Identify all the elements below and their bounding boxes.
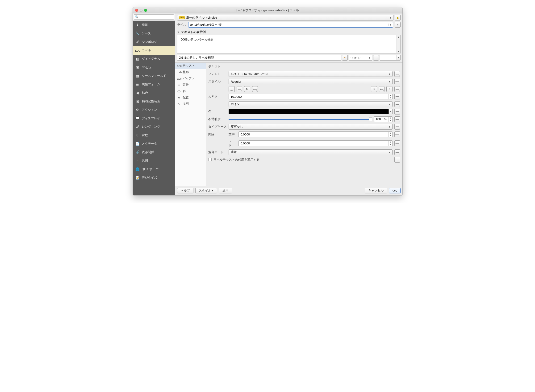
spinner-buttons[interactable]: ▲▼ — [388, 94, 392, 99]
cancel-button[interactable]: キャンセル — [365, 188, 387, 193]
data-defined-button[interactable]: ⟸ — [394, 86, 400, 92]
subcategory-item-テキスト[interactable]: abcテキスト — [175, 63, 206, 69]
subcategory-item-配置[interactable]: ✥配置 — [175, 94, 206, 101]
subcategory-item-バッファ[interactable]: abcバッファ — [175, 75, 206, 82]
category-icon: 🖌 — [135, 124, 140, 129]
data-defined-button[interactable]: ⟸ — [394, 109, 400, 114]
category-item-QGISサーバー[interactable]: 🌐QGISサーバー — [133, 165, 175, 173]
label-expression-combo[interactable]: ▼ — [188, 22, 393, 28]
style-menu-button[interactable]: スタイル ▾ — [195, 188, 217, 193]
spinner-buttons[interactable]: ▲▼ — [388, 132, 392, 137]
category-item-ソース[interactable]: 🔧ソース — [133, 29, 175, 38]
expression-builder-button[interactable]: ε — [395, 22, 401, 28]
substitution-settings-button[interactable]: … — [394, 157, 400, 163]
data-defined-button[interactable]: ⟸ — [394, 94, 400, 99]
form-heading: テキスト — [208, 65, 400, 69]
reset-preview-button[interactable]: ↶ — [342, 55, 348, 61]
opacity-slider[interactable] — [229, 116, 372, 122]
subcategory-label: バッファ — [183, 77, 195, 81]
category-item-属性フォーム[interactable]: ☰属性フォーム — [133, 80, 175, 89]
preview-text-input[interactable] — [179, 56, 339, 60]
typecase-select[interactable]: 変更なし ▼ — [229, 124, 392, 130]
subcategory-item-影[interactable]: ◯影 — [175, 88, 206, 94]
subcategory-icon: ✎ — [177, 103, 181, 106]
preview-section-header[interactable]: ▼ テキストの表示例 — [175, 29, 402, 35]
bold-button[interactable]: B — [371, 86, 377, 92]
data-defined-button[interactable]: ⟸ — [394, 131, 400, 137]
substitution-row: ラベルテキストの代用を適用する … — [208, 157, 400, 163]
label-mode-combo[interactable]: abc 単一のラベル（single） ▼ — [177, 15, 393, 20]
size-input[interactable] — [229, 95, 388, 98]
scroll-up-icon[interactable]: ▲ — [397, 35, 400, 39]
category-item-ダイアグラム[interactable]: ◧ダイアグラム — [133, 55, 175, 63]
substitution-checkbox[interactable] — [208, 158, 212, 161]
word-spacing-spinbox[interactable]: ▲▼ — [239, 140, 392, 146]
spinner-buttons[interactable]: ▲▼ — [388, 141, 392, 146]
category-item-デジタイズ[interactable]: 📝デジタイズ — [133, 173, 175, 182]
data-defined-button[interactable]: ⟸ — [237, 86, 242, 92]
layer-properties-window: レイヤプロパティ - gunma-pref-office | ラベル 🔍 ℹ情報… — [133, 7, 403, 196]
subcategory-label: テキスト — [183, 64, 195, 68]
category-item-ソースフィールド[interactable]: ▤ソースフィールド — [133, 72, 175, 80]
category-item-シンボロジ[interactable]: 🖌シンボロジ — [133, 38, 175, 46]
category-item-結合[interactable]: ◀結合 — [133, 89, 175, 97]
scroll-down-icon[interactable]: ▼ — [397, 50, 401, 53]
category-item-凡例[interactable]: ≡凡例 — [133, 156, 175, 165]
blend-select[interactable]: 通常 ▼ — [229, 149, 392, 155]
label-expression-input[interactable] — [188, 23, 388, 27]
category-search-input[interactable] — [134, 14, 174, 19]
strikeout-button[interactable]: S — [244, 86, 250, 92]
data-defined-button[interactable]: ⟸ — [394, 140, 400, 146]
data-defined-button[interactable]: ⟸ — [394, 101, 400, 107]
category-item-ディスプレイ[interactable]: 💬ディスプレイ — [133, 114, 175, 122]
category-item-ラベル[interactable]: abcラベル — [133, 46, 175, 55]
data-defined-button[interactable]: ⟸ — [394, 79, 400, 84]
category-item-情報[interactable]: ℹ情報 — [133, 21, 175, 29]
chevron-down-icon: ▼ — [388, 103, 391, 106]
data-defined-button[interactable]: ⟸ — [394, 124, 400, 130]
subcategory-item-背景[interactable]: ▭背景 — [175, 82, 206, 88]
preview-text-field[interactable] — [177, 55, 341, 61]
char-spacing-input[interactable] — [239, 133, 388, 136]
category-item-レンダリング[interactable]: 🖌レンダリング — [133, 122, 175, 131]
preview-background-button[interactable]: ▼ — [380, 55, 401, 61]
preview-scrollbar[interactable]: ▲ ▼ — [396, 35, 400, 53]
category-list[interactable]: ℹ情報🔧ソース🖌シンボロジabcラベル◧ダイアグラム▣3Dビュー▤ソースフィール… — [133, 21, 175, 195]
category-item-変数[interactable]: Ɛ変数 — [133, 131, 175, 140]
data-defined-button[interactable]: ⟸ — [394, 71, 400, 77]
data-defined-button[interactable]: ⟸ — [252, 86, 258, 92]
category-item-依存関係[interactable]: 🔗依存関係 — [133, 148, 175, 156]
preview-scale-combo[interactable]: 1:35118 ▼ — [349, 55, 372, 61]
italic-button[interactable]: I — [386, 86, 392, 92]
size-unit-select[interactable]: ポイント ▼ — [229, 101, 392, 107]
style-select[interactable]: Regular ▼ — [229, 79, 392, 84]
ok-button[interactable]: OK — [389, 188, 401, 193]
char-spacing-spinbox[interactable]: ▲▼ — [239, 131, 392, 137]
size-spinbox[interactable]: ▲▼ — [229, 94, 392, 99]
word-spacing-input[interactable] — [239, 142, 388, 145]
category-item-アクション[interactable]: ⚙アクション — [133, 106, 175, 114]
subcategory-item-描画[interactable]: ✎描画 — [175, 101, 206, 107]
apply-button[interactable]: 適用 — [219, 188, 232, 193]
category-item-メタデータ[interactable]: 📄メタデータ — [133, 140, 175, 148]
help-button[interactable]: ヘルプ — [177, 188, 193, 193]
category-item-補助記憶装置[interactable]: 🗄補助記憶装置 — [133, 97, 175, 106]
color-swatch[interactable] — [229, 109, 389, 114]
opacity-spinbox[interactable]: 100.0 % ▲▼ — [374, 116, 392, 122]
chevron-down-icon[interactable]: ▼ — [389, 109, 392, 114]
label-settings-button[interactable]: ◆ — [395, 15, 401, 20]
spinner-buttons[interactable]: ▲▼ — [388, 117, 392, 122]
map-preview-button[interactable]: ⬚ — [373, 55, 379, 61]
color-picker[interactable]: ▼ — [229, 109, 392, 114]
label-subcategory-list[interactable]: abcテキスト+ab c整形abcバッファ▭背景◯影✥配置✎描画 — [175, 62, 206, 186]
category-item-3Dビュー[interactable]: ▣3Dビュー — [133, 63, 175, 72]
chevron-down-icon: ▼ — [388, 73, 391, 75]
data-defined-button[interactable]: ⟸ — [394, 149, 400, 155]
underline-button[interactable]: U — [229, 86, 235, 92]
data-defined-button[interactable]: ⟸ — [394, 116, 400, 122]
data-defined-button[interactable]: ⟸ — [379, 86, 385, 92]
subcategory-item-整形[interactable]: +ab c整形 — [175, 69, 206, 75]
font-select[interactable]: A-OTF Futo Go B101 Pr6N ▼ — [229, 71, 392, 77]
chevron-down-icon[interactable]: ▼ — [388, 23, 393, 26]
category-label: ソースフィールド — [142, 74, 166, 78]
